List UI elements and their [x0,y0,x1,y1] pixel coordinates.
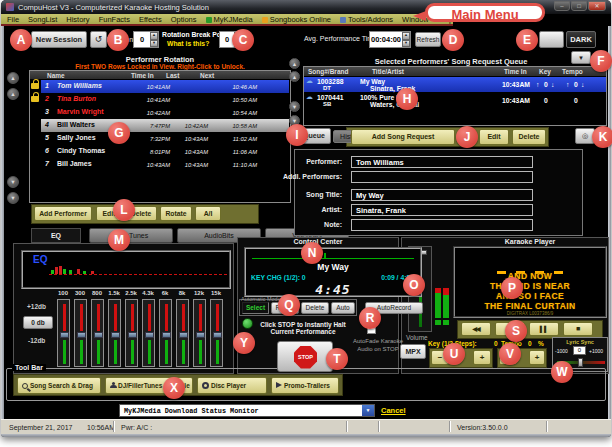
eq-slider-800[interactable] [91,299,104,367]
note-field[interactable] [351,219,533,231]
tempo-value: 0 [528,340,532,347]
menu-funfacts[interactable]: FunFacts [99,15,130,24]
rotate-button[interactable]: Rotate [160,206,192,221]
col-tempo[interactable]: Tempo [562,68,583,75]
minus-icon: − [438,353,443,362]
dark-skin-button[interactable]: DARK [566,31,596,48]
menu-history[interactable]: History [66,15,89,24]
key-up-icon[interactable]: ↑ [536,81,539,88]
close-button[interactable]: ✕ [588,1,606,11]
menu-file[interactable]: File [7,15,19,24]
promo-trailers-button[interactable]: Promo-Trailers [271,377,339,394]
sync-slider-thumb[interactable] [578,358,583,367]
song-title-field[interactable]: My Way [351,189,533,201]
col-title-artist[interactable]: Title/Artist [372,68,404,75]
download-status-combobox[interactable]: MyKJMedia Download Status Monitor ▼ [119,404,375,417]
menu-tools-addons[interactable]: Tools/Addons [340,15,393,24]
eq-slider-1.5k[interactable] [108,299,121,367]
pause-button[interactable]: ▌▌ [529,322,559,336]
eq-slider-2.5k[interactable] [125,299,138,367]
queue-scroll-up-button[interactable]: ▲ [289,71,300,82]
mode-delete-button[interactable]: Delete [301,302,329,314]
queue-options-button[interactable]: ▾ [571,51,591,64]
mode-auto-button[interactable]: Auto [331,302,355,314]
eq-slider-8k[interactable] [176,299,189,367]
tab-eq[interactable]: EQ [31,228,81,243]
tempo-up-button[interactable]: + [529,350,545,365]
performer-row[interactable]: 4Bill Walters 7:47PM10:42AM10:58 AM [41,119,289,132]
ai-button[interactable]: A/I [195,206,221,221]
callout-C: C [232,29,254,51]
sync-value-box[interactable]: 0 [573,346,586,355]
cancel-download-link[interactable]: Cancel [381,406,406,415]
key-up-button[interactable]: + [473,350,491,365]
avg-performance-spinner[interactable]: 00:04:00▲▼ [369,31,411,48]
add-performer-button[interactable]: Add Performer [34,206,92,221]
menu-mykjmedia[interactable]: MyKJMedia [206,15,253,24]
spinner-arrows[interactable]: ▲▼ [402,32,410,47]
performer-field[interactable]: Tom Williams [351,156,533,168]
performer-row[interactable]: 5Sally Jones 7:32PM10:43AM11:02 AM [41,132,289,145]
addl-performers-field[interactable] [351,171,533,183]
queue-row[interactable]: ☁ 1003288 DT My Way Sinatra, Frank 10:43… [304,77,606,92]
rotation-counter-spinner[interactable]: 0▲▼ [133,31,159,48]
song-search-drag-button[interactable]: Song Search & Drag [17,377,101,394]
stop-button[interactable]: STOP [277,341,333,372]
refresh-button[interactable]: Refresh [415,32,441,47]
combobox-dropdown-button[interactable]: ▼ [362,405,374,416]
col-last[interactable]: Last [166,72,179,79]
eq-slider-100[interactable] [57,299,70,367]
mode-select-button[interactable]: Select [242,302,269,314]
col-time-in[interactable]: Time In [504,68,527,75]
tab-instatunes[interactable]: InstaTunes [89,228,173,243]
performer-row[interactable]: 2Tina Burton 10:41AM10:50 AM [41,93,289,106]
eq-slider-4.3k[interactable] [142,299,155,367]
rotation-scroll-up-button[interactable]: ▲ [7,88,19,100]
add-song-request-button[interactable]: Add Song Request [351,129,455,145]
stop-playback-button[interactable]: ■ [563,322,593,336]
col-next[interactable]: Next [200,72,214,79]
col-song-brand[interactable]: Song#/Brand [308,68,348,75]
help-icon[interactable] [242,318,253,329]
delete-request-button[interactable]: Delete [512,129,546,145]
eq-spectrum-display: EQ [21,250,231,289]
rotation-scroll-top-button[interactable]: ▲ [7,72,19,84]
session-history-button[interactable]: ↺ [90,31,107,48]
queue-scroll-down-button[interactable]: ▼ [289,101,300,112]
tempo-up-icon[interactable]: ↑ [566,81,569,88]
artist-field[interactable]: Sinatra, Frank [351,204,533,216]
key-down-icon[interactable]: ↓ [551,81,554,88]
performer-row[interactable]: 7Bill James 10:43AM10:43AM11:10 AM [41,158,289,171]
eq-slider-12k[interactable] [193,299,206,367]
eq-zero-button[interactable]: 0 db [23,316,53,329]
performer-row[interactable]: 1Tom Williams 10:41AM10:46 AM [41,80,289,93]
queue-scroll-top-button[interactable]: ▲ [289,58,300,69]
eq-slider-300[interactable] [74,299,87,367]
menu-options[interactable]: Options [171,15,197,24]
new-session-button[interactable]: New Session [31,31,87,48]
spinner-arrows[interactable]: ▲▼ [150,32,158,47]
menu-songlist[interactable]: SongList [28,15,57,24]
rotation-scroll-down-button[interactable]: ▼ [7,176,19,188]
performer-row[interactable]: 3Marvin Wright 10:42AM10:54 AM [41,106,289,119]
tempo-down-icon[interactable]: ↓ [581,81,584,88]
rewind-button[interactable]: ◀◀ [461,322,491,336]
chevron-down-icon: ▼ [366,407,371,413]
menu-effects[interactable]: Effects [139,15,162,24]
col-name[interactable]: Name [47,72,65,79]
col-time-in[interactable]: Time In [131,72,154,79]
lite-skin-button[interactable]: ··· [539,31,564,48]
performer-row[interactable]: 6Cindy Thomas 8:01PM10:43AM11:06 AM [41,145,289,158]
minimize-button[interactable]: – [554,1,570,11]
menu-songbooks-online[interactable]: Songbooks Online [262,15,331,24]
queue-row[interactable]: ☁ 1070441 SB 100% Pure Love Waters, Crys… [304,93,606,108]
status-separator [378,421,380,432]
edit-request-button[interactable]: Edit [479,129,509,145]
col-key[interactable]: Key [539,68,551,75]
rotation-scroll-bottom-button[interactable]: ▼ [7,192,19,204]
eq-slider-15k[interactable] [210,299,223,367]
maximize-button[interactable]: □ [571,1,587,11]
disc-player-button[interactable]: Disc Player [197,377,267,394]
eq-slider-6k[interactable] [159,299,172,367]
what-is-this-link[interactable]: What is this? [167,40,209,47]
